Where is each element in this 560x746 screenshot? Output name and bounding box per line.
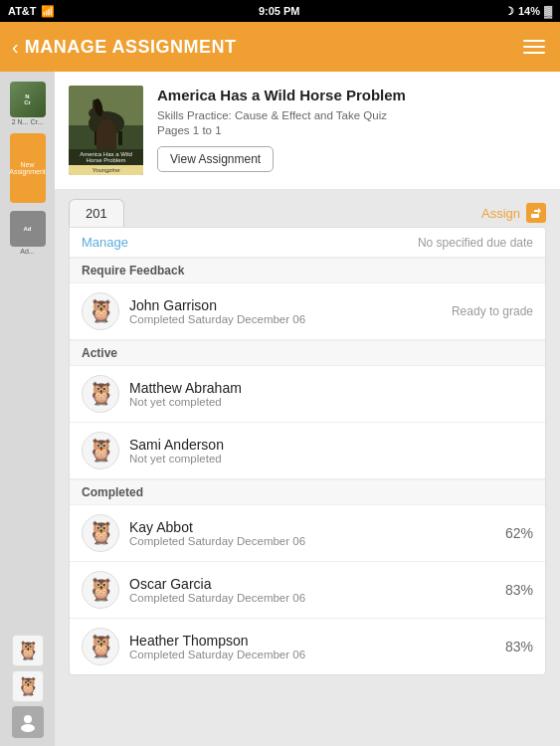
thumb-horse-image <box>69 86 143 149</box>
tab-row: 201 Assign <box>69 199 546 227</box>
hamburger-line-3 <box>523 52 545 54</box>
student-status-heather: Completed Saturday December 06 <box>129 649 495 660</box>
student-info-sami: Sami Anderson Not yet completed <box>129 437 523 465</box>
section-completed: Completed <box>70 479 545 505</box>
student-name-john: John Garrison <box>129 297 442 313</box>
student-score-oscar: 83% <box>505 582 533 598</box>
student-row-oscar-garcia[interactable]: 🦉 Oscar Garcia Completed Saturday Decemb… <box>70 562 545 619</box>
thumb-brand-label: Youngzine <box>69 165 143 175</box>
sidebar-bottom: 🦉 🦉 <box>12 635 44 746</box>
avatar-sami-anderson: 🦉 <box>82 432 119 469</box>
battery-icon: ▓ <box>544 5 552 17</box>
student-name-matthew: Matthew Abraham <box>129 380 523 396</box>
student-row-heather-thompson[interactable]: 🦉 Heather Thompson Completed Saturday De… <box>70 619 545 674</box>
moon-icon: ☽ <box>504 5 514 18</box>
thumb-title-label: America Has a Wild Horse Problem <box>69 149 143 165</box>
assignment-title: America Has a Wild Horse Problem <box>157 86 546 105</box>
svg-rect-8 <box>102 131 106 145</box>
carrier-text: AT&T <box>8 5 37 17</box>
avatar-john-garrison: 🦉 <box>82 292 119 330</box>
status-right: ☽ 14% ▓ <box>504 5 552 18</box>
student-info-john: John Garrison Completed Saturday Decembe… <box>129 297 442 325</box>
student-score-heather: 83% <box>505 639 533 654</box>
roster-header: Manage No specified due date <box>70 228 545 258</box>
svg-point-0 <box>24 715 32 723</box>
student-name-oscar: Oscar Garcia <box>129 576 495 592</box>
sidebar-thumb-1-label: NCr <box>24 93 31 105</box>
sidebar-owl-2: 🦉 <box>12 670 44 702</box>
sidebar-user-icon[interactable] <box>12 706 44 738</box>
roster-table: Manage No specified due date Require Fee… <box>69 227 546 675</box>
sidebar-thumb-2[interactable]: Ad <box>10 211 46 247</box>
back-button[interactable]: ‹ <box>12 36 19 59</box>
student-status-sami: Not yet completed <box>129 453 523 465</box>
user-icon <box>18 712 38 732</box>
student-row-john-garrison[interactable]: 🦉 John Garrison Completed Saturday Decem… <box>70 283 545 340</box>
assignment-thumbnail: America Has a Wild Horse Problem Youngzi… <box>69 86 143 175</box>
avatar-heather-thompson: 🦉 <box>82 628 119 665</box>
student-name-kay: Kay Abbot <box>129 519 495 535</box>
sidebar-thumb-1[interactable]: NCr <box>10 82 46 117</box>
svg-rect-12 <box>531 214 539 218</box>
hamburger-line-2 <box>523 46 545 48</box>
sidebar-label-1: 2 N... Cr... <box>12 118 44 125</box>
student-status-matthew: Not yet completed <box>129 396 523 408</box>
nav-bar: ‹ MANAGE ASSIGNMENT <box>0 22 560 72</box>
avatar-kay-abbot: 🦉 <box>82 514 119 552</box>
manage-link[interactable]: Manage <box>82 235 128 250</box>
assign-label: Assign <box>481 206 520 221</box>
svg-rect-9 <box>110 131 114 145</box>
view-assignment-button[interactable]: View Assignment <box>157 146 274 172</box>
sidebar-owl-1: 🦉 <box>12 635 44 666</box>
student-info-oscar: Oscar Garcia Completed Saturday December… <box>129 576 495 604</box>
sidebar-orange-label: New Assignment <box>9 161 46 175</box>
tab-201[interactable]: 201 <box>69 199 124 227</box>
assign-icon <box>526 203 546 223</box>
student-name-heather: Heather Thompson <box>129 633 495 649</box>
svg-point-1 <box>21 724 35 732</box>
svg-rect-3 <box>69 125 143 149</box>
svg-rect-10 <box>118 131 122 145</box>
due-date-label: No specified due date <box>418 236 533 250</box>
assign-button[interactable]: Assign <box>481 203 546 227</box>
student-row-kay-abbot[interactable]: 🦉 Kay Abbot Completed Saturday December … <box>70 505 545 562</box>
sidebar-section-1: NCr 2 N... Cr... <box>10 82 46 125</box>
assignment-info: America Has a Wild Horse Problem Skills … <box>157 86 546 172</box>
assignment-header: America Has a Wild Horse Problem Youngzi… <box>55 72 560 189</box>
nav-title: MANAGE ASSIGNMENT <box>25 37 520 58</box>
assignment-pages: Pages 1 to 1 <box>157 124 546 136</box>
student-info-matthew: Matthew Abraham Not yet completed <box>129 380 523 408</box>
hamburger-line-1 <box>523 40 545 42</box>
assignment-subtitle: Skills Practice: Cause & Effect and Take… <box>157 109 546 121</box>
svg-rect-7 <box>94 131 98 145</box>
section-require-feedback: Require Feedback <box>70 258 545 283</box>
section-active: Active <box>70 340 545 366</box>
sidebar: NCr 2 N... Cr... New Assignment Ad Ad...… <box>0 72 55 746</box>
main-content: NCr 2 N... Cr... New Assignment Ad Ad...… <box>0 72 560 746</box>
student-status-john: Completed Saturday December 06 <box>129 313 442 325</box>
sidebar-orange-block[interactable]: New Assignment <box>10 133 46 203</box>
share-icon <box>529 206 543 220</box>
status-bar: AT&T 📶 9:05 PM ☽ 14% ▓ <box>0 0 560 22</box>
sidebar-thumb-2-label: Ad <box>24 226 32 232</box>
student-row-matthew-abraham[interactable]: 🦉 Matthew Abraham Not yet completed <box>70 366 545 423</box>
status-time: 9:05 PM <box>259 5 300 17</box>
horse-svg <box>69 86 143 149</box>
sidebar-section-2: Ad Ad... <box>10 211 46 255</box>
tab-area: 201 Assign <box>55 199 560 227</box>
student-score-john: Ready to grade <box>452 304 533 318</box>
student-row-sami-anderson[interactable]: 🦉 Sami Anderson Not yet completed <box>70 423 545 479</box>
battery-percent: 14% <box>518 5 540 17</box>
content-area: America Has a Wild Horse Problem Youngzi… <box>55 72 560 746</box>
student-status-kay: Completed Saturday December 06 <box>129 535 495 547</box>
status-left: AT&T 📶 <box>8 5 55 18</box>
student-info-kay: Kay Abbot Completed Saturday December 06 <box>129 519 495 547</box>
student-info-heather: Heather Thompson Completed Saturday Dece… <box>129 633 495 660</box>
student-score-kay: 62% <box>505 525 533 541</box>
student-name-sami: Sami Anderson <box>129 437 523 453</box>
wifi-icon: 📶 <box>41 5 55 18</box>
avatar-oscar-garcia: 🦉 <box>82 571 119 609</box>
student-status-oscar: Completed Saturday December 06 <box>129 592 495 604</box>
hamburger-menu-button[interactable] <box>520 40 548 54</box>
avatar-matthew-abraham: 🦉 <box>82 375 119 413</box>
